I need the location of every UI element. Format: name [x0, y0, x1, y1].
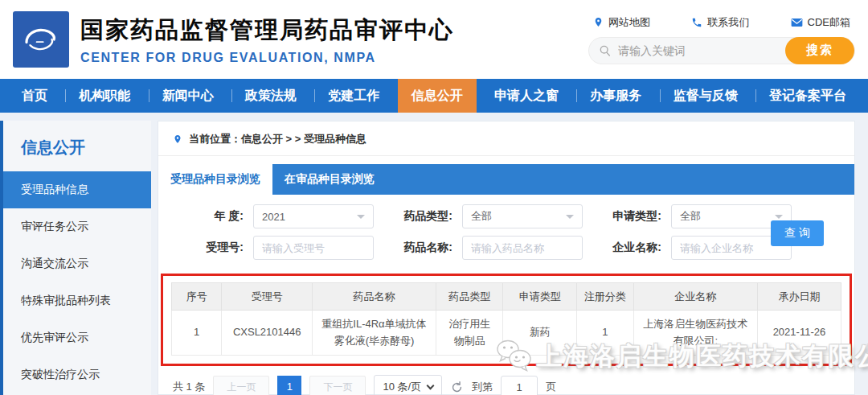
acceptance-no-field: 受理号:: [186, 236, 374, 260]
filter-row-1: 年 度: 2021 药品类型: 全部 申请类型: 全部: [186, 204, 827, 228]
sitemap-link[interactable]: 网站地图: [593, 15, 650, 30]
sidebar-item-breakthrough-therapy[interactable]: 突破性治疗公示: [3, 356, 151, 393]
year-select[interactable]: 2021: [253, 204, 374, 228]
filter-form: 年 度: 2021 药品类型: 全部 申请类型: 全部: [158, 195, 854, 272]
col-acceptance-no: 受理号: [222, 283, 312, 311]
quick-links: 网站地图 联系我们 CDE邮箱: [588, 15, 855, 30]
sidebar-item-communication[interactable]: 沟通交流公示: [3, 245, 151, 282]
nav-item-news[interactable]: 新闻中心: [149, 79, 227, 113]
nav-item-services[interactable]: 办事服务: [576, 79, 655, 113]
drug-name-input[interactable]: [462, 236, 583, 260]
apply-type-select-value: 全部: [680, 209, 701, 224]
tab-under-review-catalog[interactable]: 在审品种目录浏览: [272, 164, 387, 195]
nav-item-home[interactable]: 首页: [8, 79, 61, 113]
location-pin-icon: [173, 134, 182, 145]
company-name-label: 企业名称:: [604, 241, 661, 255]
col-company: 企业名称: [633, 283, 757, 311]
nav-item-registration-platform[interactable]: 登记备案平台: [755, 79, 860, 113]
results-table: 序号 受理号 药品名称 药品类型 申请类型 注册分类 企业名称 承办日期 1 C…: [171, 282, 841, 356]
cell-drug-name: 重组抗IL-4Rα单域抗体雾化液(毕赤酵母): [312, 311, 436, 356]
prev-page-button[interactable]: 上一页: [213, 376, 269, 395]
next-page-button[interactable]: 下一页: [309, 376, 366, 395]
page-size-value: 10 条/页: [383, 380, 421, 394]
phone-icon: [691, 17, 702, 28]
nav-item-party-building[interactable]: 党建工作: [314, 79, 393, 113]
chevron-down-icon: [775, 215, 783, 219]
cell-apply-type: 新药: [503, 311, 577, 356]
contact-link[interactable]: 联系我们: [691, 15, 749, 30]
total-count: 共 1 条: [173, 380, 205, 394]
sidebar-item-priority-review[interactable]: 优先审评公示: [3, 319, 151, 356]
mail-icon: [791, 18, 803, 27]
apply-type-label: 申请类型:: [604, 209, 661, 224]
nav-item-supervision-feedback[interactable]: 监督与反馈: [660, 79, 751, 113]
cde-mail-link-label: CDE邮箱: [808, 15, 850, 30]
col-drug-name: 药品名称: [312, 283, 436, 311]
sidebar-title: 信息公开: [3, 121, 151, 171]
table-row[interactable]: 1 CXSL2101446 重组抗IL-4Rα单域抗体雾化液(毕赤酵母) 治疗用…: [172, 311, 841, 356]
contact-link-label: 联系我们: [707, 15, 749, 30]
cde-mail-link[interactable]: CDE邮箱: [791, 15, 850, 30]
sidebar-item-special-approval[interactable]: 特殊审批品种列表: [3, 282, 151, 319]
chevron-down-icon: [566, 215, 574, 219]
main-panel: 当前位置：信息公开 > > 受理品种信息 受理品种目录浏览 在审品种目录浏览 年…: [158, 121, 855, 395]
header-right: 网站地图 联系我们 CDE邮箱 搜索: [588, 15, 855, 64]
col-seq: 序号: [172, 283, 222, 311]
sitemap-link-label: 网站地图: [608, 15, 650, 30]
site-subtitle: CENTER FOR DRUG EVALUATION, NMPA: [80, 51, 454, 65]
drug-type-select-value: 全部: [471, 209, 492, 224]
drug-name-field: 药品名称:: [395, 236, 583, 260]
query-button[interactable]: 查 询: [771, 220, 824, 246]
cell-company: 上海洛启生物医药技术有限公司;: [633, 311, 757, 356]
year-field: 年 度: 2021: [186, 204, 374, 228]
col-apply-type: 申请类型: [503, 283, 577, 311]
chevron-down-icon: [427, 381, 435, 389]
col-drug-type: 药品类型: [436, 283, 503, 311]
location-icon: [593, 16, 604, 28]
sidebar-wrap: 信息公开 受理品种信息 审评任务公示 沟通交流公示 特殊审批品种列表 优先审评公…: [0, 121, 151, 395]
acceptance-no-input[interactable]: [253, 236, 374, 260]
breadcrumb-text: 当前位置：信息公开 > > 受理品种信息: [189, 132, 366, 146]
page-size-select[interactable]: 10 条/页: [374, 375, 442, 395]
drug-type-select[interactable]: 全部: [462, 204, 583, 228]
acceptance-no-label: 受理号:: [186, 241, 244, 255]
table-header-row: 序号 受理号 药品名称 药品类型 申请类型 注册分类 企业名称 承办日期: [172, 283, 841, 311]
refresh-icon[interactable]: [450, 381, 464, 394]
search-bar: 搜索: [588, 37, 855, 64]
cell-handle-date: 2021-11-26: [757, 311, 841, 356]
drug-type-field: 药品类型: 全部: [395, 204, 583, 228]
tab-accepted-catalog[interactable]: 受理品种目录浏览: [158, 164, 272, 195]
year-label: 年 度:: [186, 209, 244, 224]
filter-row-2: 受理号: 药品名称: 企业名称:: [186, 236, 827, 260]
highlight-red-box: 序号 受理号 药品名称 药品类型 申请类型 注册分类 企业名称 承办日期 1 C…: [161, 274, 852, 366]
sidebar: 信息公开 受理品种信息 审评任务公示 沟通交流公示 特殊审批品种列表 优先审评公…: [3, 121, 151, 395]
pagination: 共 1 条 上一页 1 下一页 10 条/页 到第 页: [158, 366, 854, 395]
cell-registration-class: 1: [576, 311, 633, 356]
goto-page-input[interactable]: [501, 376, 538, 395]
breadcrumb: 当前位置：信息公开 > > 受理品种信息: [158, 121, 854, 156]
nav-item-applicant-window[interactable]: 申请人之窗: [481, 79, 572, 113]
search-button[interactable]: 搜索: [785, 37, 854, 64]
cde-logo-swoosh-icon: [19, 18, 63, 61]
site-title: 国家药品监督管理局药品审评中心: [80, 14, 454, 47]
nav-item-info-disclosure[interactable]: 信息公开: [398, 79, 477, 113]
apply-type-field: 申请类型: 全部: [604, 204, 792, 228]
tab-bar: 受理品种目录浏览 在审品种目录浏览: [158, 164, 854, 195]
cell-acceptance-no: CXSL2101446: [222, 311, 312, 356]
nav-item-policies[interactable]: 政策法规: [231, 79, 310, 113]
year-select-value: 2021: [262, 211, 285, 223]
cell-seq: 1: [172, 311, 222, 356]
page-1-button[interactable]: 1: [277, 376, 301, 395]
sidebar-item-review-tasks[interactable]: 审评任务公示: [3, 208, 151, 245]
col-registration-class: 注册分类: [576, 283, 633, 311]
nav-item-organization[interactable]: 机构职能: [65, 79, 144, 113]
site-titles: 国家药品监督管理局药品审评中心 CENTER FOR DRUG EVALUATI…: [80, 14, 454, 65]
site-header: 国家药品监督管理局药品审评中心 CENTER FOR DRUG EVALUATI…: [0, 0, 868, 79]
col-handle-date: 承办日期: [757, 283, 841, 311]
chevron-down-icon: [357, 215, 365, 219]
company-name-field: 企业名称:: [604, 236, 792, 260]
content-area: 信息公开 受理品种信息 审评任务公示 沟通交流公示 特殊审批品种列表 优先审评公…: [0, 113, 868, 395]
goto-suffix: 页: [546, 380, 556, 394]
search-input[interactable]: [589, 44, 785, 57]
sidebar-item-accepted-varieties[interactable]: 受理品种信息: [3, 171, 151, 208]
